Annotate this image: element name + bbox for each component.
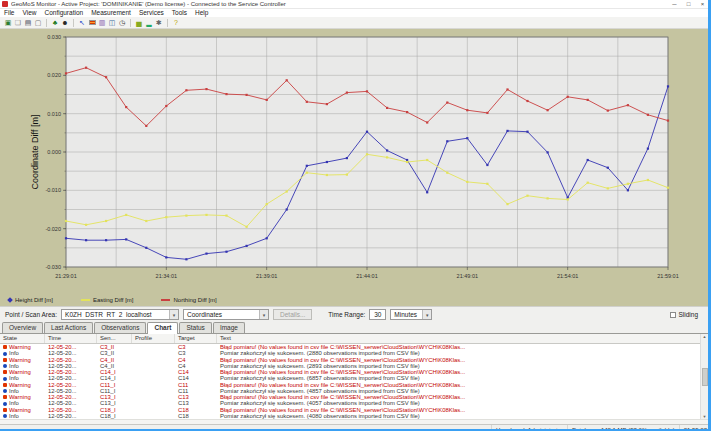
window-title: GeoMoS Monitor - Active Project: 'DOMINI… [11, 1, 665, 7]
chevron-down-icon: ▾ [259, 310, 268, 319]
time-unit-select[interactable]: Minutes ▾ [390, 309, 432, 320]
svg-text:21:29:01: 21:29:01 [55, 273, 76, 279]
report-icon[interactable]: ▢ [33, 18, 43, 28]
log-cell-time: 12-05-20... [45, 413, 97, 419]
scroll-up-icon[interactable]: ▲ [703, 334, 707, 339]
log-table-header: StateTimeSen...ProfileTargetText [0, 334, 711, 344]
scroll-down-icon[interactable]: ▼ [703, 414, 707, 419]
log-column-header[interactable]: Sen... [97, 334, 132, 343]
menu-item-help[interactable]: Help [191, 9, 212, 17]
warning-icon [3, 358, 7, 362]
svg-text:21:54:01: 21:54:01 [557, 273, 578, 279]
point-scan-area-label: Point / Scan Area: [5, 311, 57, 318]
point-select[interactable]: K0ZH_DSTR_RT_2_localhost ▾ [61, 309, 179, 320]
log-table-body: Warning12-05-20...C3_IIC3Błąd pomiaru! (… [0, 344, 711, 419]
print-icon[interactable]: ▤ [23, 18, 33, 28]
cursor-icon[interactable]: ↖ [77, 18, 87, 28]
info-icon [3, 377, 7, 381]
tab-chart[interactable]: Chart [147, 322, 178, 334]
toolbar-separator [46, 19, 47, 27]
legend-marker-icon [7, 297, 13, 303]
legend-marker-icon [161, 299, 170, 301]
time-range-label: Time Range: [328, 311, 365, 318]
sensor-tree-icon[interactable]: ♣ [50, 18, 60, 28]
help-icon[interactable]: ? [171, 18, 181, 28]
chart-svg: -0.030-0.020-0.0100.0000.0100.0200.03021… [0, 29, 711, 295]
details-button[interactable]: Details... [273, 309, 312, 320]
checkbox-icon [670, 312, 676, 318]
svg-text:21:59:01: 21:59:01 [657, 273, 678, 279]
flag-icon[interactable] [87, 18, 97, 28]
log-cell-state: Info [0, 413, 45, 419]
chart-legend: Height Diff [m]Easting Diff [m]Northing … [8, 295, 217, 304]
log-column-header[interactable]: Target [175, 334, 217, 343]
svg-text:-0.030: -0.030 [45, 264, 61, 270]
svg-text:0.030: 0.030 [47, 34, 61, 40]
scrollbar-thumb[interactable] [702, 368, 708, 386]
user-icon[interactable]: ☻ [60, 18, 70, 28]
project-icon[interactable]: ▣ [3, 18, 13, 28]
log-scrollbar[interactable]: ▲ ▼ [700, 334, 708, 419]
log-column-header[interactable]: Text [217, 334, 711, 343]
log-column-header[interactable]: Profile [132, 334, 175, 343]
menu-bar: FileViewConfigurationMeasurementServices… [0, 9, 711, 17]
toolbar: ▣❏▤▢♣☻↖▥◫◷▅▂✱? [0, 17, 711, 29]
svg-text:0.020: 0.020 [47, 72, 61, 78]
svg-text:0.000: 0.000 [47, 149, 61, 155]
chart-analysis-icon[interactable]: ▅ [134, 18, 144, 28]
legend-label: Easting Diff [m] [93, 297, 134, 303]
tab-overview[interactable]: Overview [2, 322, 43, 333]
menu-item-measurement[interactable]: Measurement [87, 9, 135, 17]
sliding-label: Sliding [678, 311, 698, 318]
app-icon [2, 1, 8, 7]
warning-icon [3, 345, 7, 349]
menu-item-configuration[interactable]: Configuration [40, 9, 87, 17]
time-range-input[interactable]: 30 [369, 309, 386, 320]
chevron-down-icon: ▾ [422, 310, 431, 319]
svg-text:21:34:01: 21:34:01 [156, 273, 177, 279]
info-icon [3, 364, 7, 368]
warning-icon [3, 408, 7, 412]
view-type-select[interactable]: Coordinates ▾ [183, 309, 269, 320]
chart-view-icon[interactable]: ▂ [144, 18, 154, 28]
tab-status[interactable]: Status [179, 322, 211, 333]
warning-icon [3, 395, 7, 399]
toolbar-separator [73, 19, 74, 27]
copy-icon[interactable]: ❏ [13, 18, 23, 28]
event-log-table: StateTimeSen...ProfileTargetText Warning… [0, 334, 711, 419]
legend-marker-icon [81, 299, 90, 301]
legend-item: Northing Diff [m] [161, 297, 216, 303]
tools-icon[interactable]: ✱ [154, 18, 164, 28]
maximize-button[interactable]: □ [682, 0, 695, 8]
menu-item-file[interactable]: File [0, 9, 18, 17]
screen-icon[interactable]: ▥ [97, 18, 107, 28]
title-bar: GeoMoS Monitor - Active Project: 'DOMINI… [0, 0, 711, 9]
log-column-header[interactable]: Time [45, 334, 97, 343]
log-row[interactable]: Info12-05-20...C18_IC18Pomiar zakończył … [0, 413, 711, 419]
log-cell-sensor: C18_I [97, 413, 132, 419]
minimize-button[interactable]: ─ [668, 0, 681, 8]
sliding-checkbox[interactable]: Sliding [670, 311, 698, 318]
svg-text:21:39:01: 21:39:01 [256, 273, 277, 279]
tab-image[interactable]: Image [213, 322, 245, 333]
menu-item-view[interactable]: View [18, 9, 40, 17]
clock-icon[interactable]: ◷ [117, 18, 127, 28]
info-icon [3, 402, 7, 406]
log-column-header[interactable]: State [0, 334, 45, 343]
svg-text:0.010: 0.010 [47, 111, 61, 117]
log-cell-target: C18 [175, 413, 217, 419]
menu-item-services[interactable]: Services [135, 9, 168, 17]
tab-observations[interactable]: Observations [94, 322, 146, 333]
legend-label: Height Diff [m] [15, 297, 53, 303]
svg-text:-0.010: -0.010 [45, 187, 61, 193]
tab-last-actions[interactable]: Last Actions [44, 322, 93, 333]
svg-text:Coordinate Diff [m]: Coordinate Diff [m] [30, 115, 40, 190]
chart-controls-row: Point / Scan Area: K0ZH_DSTR_RT_2_localh… [0, 306, 711, 322]
menu-item-tools[interactable]: Tools [168, 9, 191, 17]
layout-icon[interactable]: ◫ [107, 18, 117, 28]
warning-icon [3, 383, 7, 387]
info-icon [3, 389, 7, 393]
toolbar-separator [167, 19, 168, 27]
svg-text:-0.020: -0.020 [45, 226, 61, 232]
toolbar-separator [130, 19, 131, 27]
